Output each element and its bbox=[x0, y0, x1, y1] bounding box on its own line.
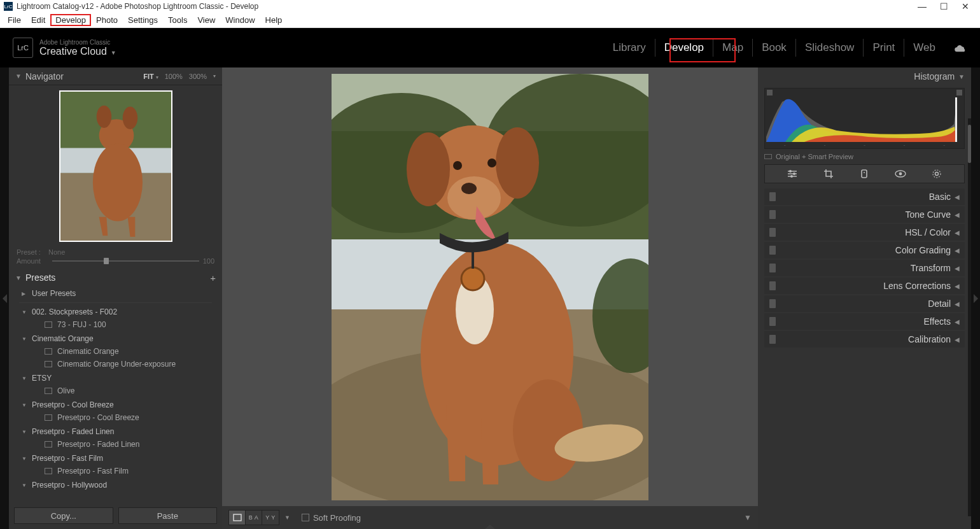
panel-toggle-icon[interactable] bbox=[769, 317, 776, 326]
right-panel-handle[interactable] bbox=[971, 67, 980, 529]
panel-color-grading[interactable]: Color Grading◀ bbox=[764, 242, 965, 258]
before-after-lr-button[interactable]: B A bbox=[246, 511, 262, 525]
panel-lens-corrections[interactable]: Lens Corrections◀ bbox=[764, 278, 965, 294]
navigator-header[interactable]: ▼ Navigator FIT ▾100%300%▾ bbox=[9, 67, 222, 85]
preset-value: None bbox=[48, 248, 65, 256]
redeye-icon[interactable] bbox=[892, 167, 909, 181]
preset-group[interactable]: ▼Cinematic Orange bbox=[22, 332, 222, 345]
preset-item[interactable]: Olive bbox=[22, 384, 222, 397]
disclosure-icon: ▼ bbox=[22, 483, 28, 488]
preset-item[interactable]: 73 - FUJ - 100 bbox=[22, 318, 222, 331]
histogram-header[interactable]: Histogram ▼ bbox=[758, 67, 971, 85]
highlight-clip-icon[interactable] bbox=[956, 90, 962, 95]
minimize-button[interactable]: — bbox=[911, 1, 933, 11]
preset-item[interactable]: Presetpro - Cool Breeze bbox=[22, 411, 222, 424]
histogram[interactable]: ----- bbox=[764, 88, 965, 149]
panel-toggle-icon[interactable] bbox=[769, 192, 776, 201]
menu-file[interactable]: File bbox=[3, 14, 26, 26]
identity-plate[interactable]: Adobe Lightroom Classic Creative Cloud▼ bbox=[39, 39, 116, 57]
cloud-sync-icon[interactable] bbox=[953, 43, 967, 52]
left-panel-handle[interactable] bbox=[0, 67, 9, 529]
paste-button[interactable]: Paste bbox=[118, 507, 218, 524]
before-after-split-button[interactable]: Y Y bbox=[262, 511, 279, 525]
loupe-view-button[interactable] bbox=[229, 511, 246, 525]
module-web[interactable]: Web bbox=[904, 39, 944, 57]
preset-group[interactable]: ▼ETSY bbox=[22, 372, 222, 384]
preset-group[interactable]: ▼Presetpro - Fast Film bbox=[22, 452, 222, 465]
toolbar-expand-icon[interactable]: ▼ bbox=[744, 513, 752, 522]
zoom-more-icon[interactable]: ▾ bbox=[213, 73, 216, 79]
panel-calibration[interactable]: Calibration◀ bbox=[764, 331, 965, 348]
module-book[interactable]: Book bbox=[753, 39, 796, 57]
panel-transform[interactable]: Transform◀ bbox=[764, 260, 965, 276]
amount-slider[interactable] bbox=[52, 260, 199, 262]
panel-detail[interactable]: Detail◀ bbox=[764, 295, 965, 312]
preset-item[interactable]: Cinematic Orange Under-exposure bbox=[22, 358, 222, 370]
tool-strip bbox=[764, 164, 965, 183]
menu-help[interactable]: Help bbox=[260, 14, 288, 26]
maximize-button[interactable]: ☐ bbox=[933, 1, 955, 11]
svg-rect-29 bbox=[955, 97, 957, 142]
crop-icon[interactable] bbox=[820, 167, 837, 181]
menu-view[interactable]: View bbox=[192, 14, 220, 26]
workarea: ▼ Navigator FIT ▾100%300%▾ Pres bbox=[0, 67, 980, 529]
disclosure-icon: ▶ bbox=[22, 291, 28, 297]
copy-button[interactable]: Copy... bbox=[14, 507, 113, 524]
presets-header[interactable]: ▼ Presets + bbox=[9, 269, 222, 286]
panel-hsl-color[interactable]: HSL / Color◀ bbox=[764, 224, 965, 241]
preset-item-label: Cinematic Orange Under-exposure bbox=[57, 360, 176, 369]
heal-icon[interactable] bbox=[855, 167, 873, 181]
add-preset-icon[interactable]: + bbox=[210, 272, 216, 283]
panel-effects[interactable]: Effects◀ bbox=[764, 313, 965, 330]
module-slideshow[interactable]: Slideshow bbox=[796, 39, 864, 57]
zoom-100pct[interactable]: 100% bbox=[165, 73, 183, 80]
view-mode-dropdown-icon[interactable]: ▼ bbox=[284, 514, 290, 521]
menu-settings[interactable]: Settings bbox=[123, 14, 163, 26]
right-scrollbar[interactable] bbox=[968, 118, 971, 516]
menu-develop[interactable]: Develop bbox=[50, 14, 91, 26]
close-button[interactable]: ✕ bbox=[955, 1, 976, 11]
lightroom-logo: LrC bbox=[13, 38, 33, 58]
preset-group[interactable]: ▼Presetpro - Faded Linen bbox=[22, 425, 222, 438]
zoom-fit[interactable]: FIT ▾ bbox=[143, 73, 158, 80]
panel-toggle-icon[interactable] bbox=[769, 228, 776, 237]
preview-status[interactable]: Original + Smart Preview bbox=[764, 153, 965, 160]
panel-toggle-icon[interactable] bbox=[769, 210, 776, 219]
menu-photo[interactable]: Photo bbox=[91, 14, 123, 26]
panel-toggle-icon[interactable] bbox=[769, 281, 776, 290]
preset-thumb-icon bbox=[45, 321, 52, 328]
mask-icon[interactable] bbox=[928, 167, 946, 181]
zoom-300pct[interactable]: 300% bbox=[189, 73, 207, 80]
preset-item[interactable]: Presetpro - Fast Film bbox=[22, 465, 222, 477]
edit-icon[interactable] bbox=[783, 167, 801, 181]
panel-tone-curve[interactable]: Tone Curve◀ bbox=[764, 206, 965, 223]
disclosure-icon: ▼ bbox=[22, 376, 28, 381]
panel-toggle-icon[interactable] bbox=[769, 264, 776, 272]
disclosure-icon: ▼ bbox=[958, 73, 965, 80]
panel-toggle-icon[interactable] bbox=[769, 335, 776, 344]
preset-item-label: Presetpro - Cool Breeze bbox=[57, 413, 139, 422]
preset-group[interactable]: ▼002. Stockpresets - F002 bbox=[22, 306, 222, 318]
preset-item[interactable]: Cinematic Orange bbox=[22, 345, 222, 358]
panel-toggle-icon[interactable] bbox=[769, 246, 776, 255]
panel-basic[interactable]: Basic◀ bbox=[764, 188, 965, 205]
preset-group[interactable]: ▶User Presets bbox=[22, 287, 222, 300]
menu-window[interactable]: Window bbox=[220, 14, 260, 26]
soft-proofing-toggle[interactable]: Soft Proofing bbox=[302, 513, 361, 523]
preset-group[interactable]: ▼Presetpro - Hollywood bbox=[22, 479, 222, 491]
preset-group[interactable]: ▼Presetpro - Cool Breeze bbox=[22, 399, 222, 411]
panel-label: Calibration bbox=[908, 334, 951, 344]
preset-item-label: Presetpro - Fast Film bbox=[57, 467, 129, 476]
menu-edit[interactable]: Edit bbox=[26, 14, 50, 26]
image-viewport[interactable] bbox=[222, 67, 758, 506]
navigator-thumbnail[interactable] bbox=[59, 90, 172, 242]
module-library[interactable]: Library bbox=[604, 39, 655, 57]
svg-point-37 bbox=[933, 170, 941, 178]
preset-label: Preset : bbox=[17, 248, 48, 256]
panel-toggle-icon[interactable] bbox=[769, 299, 776, 308]
preset-item[interactable]: Presetpro - Faded Linen bbox=[22, 438, 222, 451]
menu-tools[interactable]: Tools bbox=[163, 14, 192, 26]
filmstrip-collapse-icon[interactable] bbox=[485, 525, 495, 529]
app-body: LrC Adobe Lightroom Classic Creative Clo… bbox=[0, 28, 980, 529]
module-print[interactable]: Print bbox=[864, 39, 904, 57]
